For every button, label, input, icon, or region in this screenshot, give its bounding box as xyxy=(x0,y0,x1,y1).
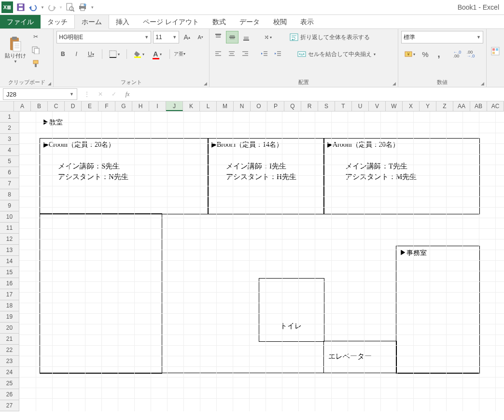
row-header-19[interactable]: 19 xyxy=(0,311,19,322)
clipboard-dialog-launcher[interactable]: ◢ xyxy=(48,81,51,86)
col-header-K[interactable]: K xyxy=(183,101,200,111)
bold-button[interactable]: B xyxy=(56,48,69,60)
number-format-combo[interactable]: 標準▼ xyxy=(401,31,483,43)
insert-function-btn[interactable]: fx xyxy=(121,87,134,101)
enter-btn[interactable]: ✓ xyxy=(107,87,121,101)
row-header-8[interactable]: 8 xyxy=(0,189,19,200)
merge-center-button[interactable]: a セルを結合して中央揃え ▾ xyxy=(294,48,378,60)
col-header-W[interactable]: W xyxy=(386,101,403,111)
align-middle-button[interactable] xyxy=(226,31,238,43)
col-header-L[interactable]: L xyxy=(200,101,217,111)
font-dialog-launcher[interactable]: ◢ xyxy=(204,81,207,86)
decrease-decimal-button[interactable]: .00→.0 xyxy=(465,48,476,60)
redo-button[interactable] xyxy=(45,0,58,14)
row-header-13[interactable]: 13 xyxy=(0,245,19,256)
increase-decimal-button[interactable]: ←.0.00 xyxy=(451,48,463,60)
col-header-Y[interactable]: Y xyxy=(420,101,436,111)
name-box[interactable]: J28 ▼ xyxy=(3,88,77,100)
col-header-P[interactable]: P xyxy=(267,101,284,111)
col-header-C[interactable]: C xyxy=(48,101,65,111)
font-name-combo[interactable]: HG明朝E▼ xyxy=(56,31,151,43)
col-header-V[interactable]: V xyxy=(369,101,386,111)
dropdown-btn[interactable]: ⋮ xyxy=(80,87,94,101)
row-header-26[interactable]: 26 xyxy=(0,389,19,400)
paste-button[interactable]: 貼り付け ▼ xyxy=(3,31,28,69)
font-size-combo[interactable]: 11▼ xyxy=(153,31,179,43)
row-header-23[interactable]: 23 xyxy=(0,356,19,367)
col-header-AA[interactable]: AA xyxy=(453,101,470,111)
conditional-formatting-button[interactable] xyxy=(490,45,501,57)
row-header-12[interactable]: 12 xyxy=(0,234,19,245)
row-header-24[interactable]: 24 xyxy=(0,367,19,378)
row-header-1[interactable]: 1 xyxy=(0,112,19,123)
undo-dropdown[interactable]: ▼ xyxy=(40,0,45,14)
tab-insert[interactable]: 挿入 xyxy=(109,15,136,28)
row-header-11[interactable]: 11 xyxy=(0,223,19,234)
tab-file[interactable]: ファイル xyxy=(0,15,41,28)
decrease-font-button[interactable]: A▾ xyxy=(195,31,206,43)
cut-button[interactable]: ✂ xyxy=(30,31,42,42)
format-painter-button[interactable] xyxy=(30,58,42,70)
row-header-18[interactable]: 18 xyxy=(0,300,19,311)
col-header-O[interactable]: O xyxy=(251,101,267,111)
col-header-T[interactable]: T xyxy=(335,101,352,111)
col-header-M[interactable]: M xyxy=(217,101,234,111)
quick-print-button[interactable]: ✓ xyxy=(76,0,89,14)
tab-home[interactable]: ホーム xyxy=(74,14,109,29)
accounting-format-button[interactable]: ¥▾ xyxy=(401,48,418,60)
row-header-14[interactable]: 14 xyxy=(0,256,19,267)
col-header-AB[interactable]: AB xyxy=(470,101,487,111)
col-header-E[interactable]: E xyxy=(82,101,98,111)
percent-button[interactable]: % xyxy=(420,48,431,60)
copy-button[interactable] xyxy=(30,44,42,56)
alignment-dialog-launcher[interactable]: ◢ xyxy=(392,81,396,86)
col-header-R[interactable]: R xyxy=(301,101,318,111)
row-header-7[interactable]: 7 xyxy=(0,178,19,189)
comma-button[interactable]: , xyxy=(433,48,445,60)
col-header-Z[interactable]: Z xyxy=(436,101,453,111)
font-color-button[interactable]: A▾ xyxy=(149,48,166,60)
align-right-button[interactable] xyxy=(239,48,251,60)
col-header-A[interactable]: A xyxy=(14,101,31,111)
col-header-S[interactable]: S xyxy=(318,101,335,111)
align-center-button[interactable] xyxy=(226,48,238,60)
formula-input[interactable] xyxy=(134,89,504,99)
row-header-25[interactable]: 25 xyxy=(0,378,19,389)
orientation-button[interactable]: ⤭▾ xyxy=(260,31,276,43)
fill-color-button[interactable]: ▾ xyxy=(131,48,147,60)
align-bottom-button[interactable] xyxy=(240,31,252,43)
row-header-17[interactable]: 17 xyxy=(0,289,19,300)
tab-review[interactable]: 校閲 xyxy=(266,15,294,28)
row-header-20[interactable]: 20 xyxy=(0,322,19,334)
tab-touch[interactable]: タッチ xyxy=(41,15,74,28)
col-header-D[interactable]: D xyxy=(65,101,82,111)
italic-button[interactable]: I xyxy=(71,48,82,60)
phonetic-button[interactable]: ア亜▾ xyxy=(174,48,185,60)
col-header-AC[interactable]: AC xyxy=(487,101,504,111)
tab-formulas[interactable]: 数式 xyxy=(206,15,233,28)
align-top-button[interactable] xyxy=(212,31,224,43)
row-header-4[interactable]: 4 xyxy=(0,145,19,156)
col-header-H[interactable]: H xyxy=(132,101,149,111)
col-header-N[interactable]: N xyxy=(234,101,251,111)
row-header-3[interactable]: 3 xyxy=(0,134,19,145)
row-header-21[interactable]: 21 xyxy=(0,334,19,345)
col-header-B[interactable]: B xyxy=(31,101,48,111)
qat-customize[interactable]: ▾ xyxy=(89,0,96,14)
undo-button[interactable] xyxy=(27,0,40,14)
worksheet[interactable]: ABCDEFGHIJKLMNOPQRSTUVWXYZAAABAC 1234567… xyxy=(0,101,504,420)
increase-font-button[interactable]: A▴ xyxy=(181,31,193,43)
col-header-G[interactable]: G xyxy=(115,101,132,111)
row-header-22[interactable]: 22 xyxy=(0,345,19,356)
cancel-btn[interactable]: ✕ xyxy=(94,87,107,101)
save-button[interactable] xyxy=(14,0,27,14)
row-header-6[interactable]: 6 xyxy=(0,167,19,178)
redo-dropdown[interactable]: ▼ xyxy=(58,0,64,14)
col-header-U[interactable]: U xyxy=(352,101,369,111)
col-header-X[interactable]: X xyxy=(403,101,420,111)
col-header-Q[interactable]: Q xyxy=(284,101,301,111)
row-header-9[interactable]: 9 xyxy=(0,200,19,211)
increase-indent-button[interactable] xyxy=(272,48,284,60)
tab-data[interactable]: データ xyxy=(233,15,266,28)
decrease-indent-button[interactable] xyxy=(259,48,270,60)
